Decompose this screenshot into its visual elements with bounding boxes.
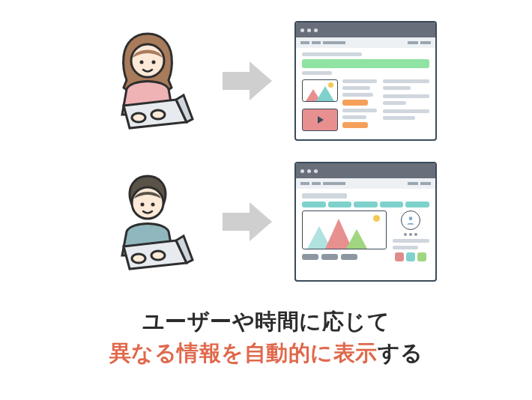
example-row-2 — [0, 162, 532, 282]
arrow-right-icon — [221, 199, 273, 244]
caption-line-2: 異なる情報を自動的に表示する — [0, 337, 532, 369]
example-row-1 — [0, 21, 532, 141]
svg-point-7 — [151, 203, 155, 207]
play-icon — [302, 109, 338, 131]
personalized-page-mockup-B — [294, 162, 437, 282]
window-titlebar — [296, 22, 435, 37]
social-icons — [393, 252, 429, 261]
svg-point-3 — [132, 113, 145, 122]
svg-point-9 — [151, 251, 165, 260]
woman-user-icon — [95, 25, 200, 137]
browser-toolbar — [296, 37, 435, 48]
man-user-icon — [95, 166, 200, 278]
chart-thumbnail-icon — [302, 210, 387, 249]
caption-rest: する — [378, 341, 423, 365]
svg-point-10 — [409, 216, 413, 220]
svg-point-1 — [140, 61, 144, 64]
image-thumbnail-icon — [302, 79, 338, 102]
personalized-page-mockup-A — [294, 21, 437, 141]
user-avatar-icon — [401, 210, 420, 230]
caption-highlight: 異なる情報を自動的に表示 — [109, 341, 378, 365]
browser-toolbar — [296, 178, 435, 189]
svg-point-2 — [152, 61, 156, 64]
svg-point-4 — [151, 110, 165, 119]
arrow-right-icon — [221, 58, 273, 103]
svg-point-8 — [132, 254, 145, 263]
window-titlebar — [296, 163, 435, 178]
caption-text: ユーザーや時間に応じて 異なる情報を自動的に表示する — [0, 306, 532, 369]
caption-line-1: ユーザーや時間に応じて — [0, 306, 532, 337]
svg-point-6 — [141, 203, 145, 207]
